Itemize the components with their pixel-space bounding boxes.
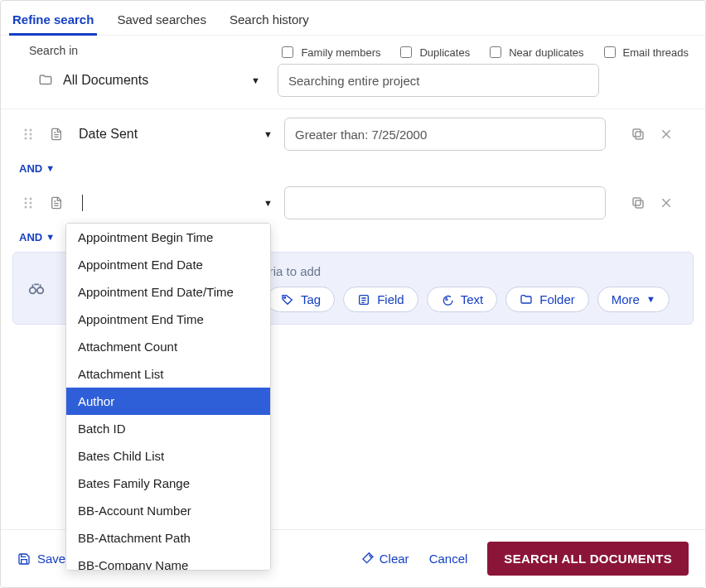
search-all-documents-button[interactable]: SEARCH ALL DOCUMENTS xyxy=(487,542,689,576)
criteria-row: ▼ xyxy=(1,178,705,228)
cancel-button[interactable]: Cancel xyxy=(429,552,468,566)
chevron-down-icon: ▼ xyxy=(646,295,655,304)
pill-field[interactable]: Field xyxy=(343,287,418,312)
clear-button[interactable]: Clear xyxy=(361,552,409,566)
check-label: Family members xyxy=(301,46,380,59)
svg-point-12 xyxy=(25,206,27,209)
dropdown-item[interactable]: Bates Family Range xyxy=(66,470,270,497)
svg-point-11 xyxy=(30,202,32,205)
save-search-button[interactable]: Save xyxy=(17,552,65,566)
svg-point-16 xyxy=(30,287,36,293)
svg-rect-15 xyxy=(633,198,641,205)
svg-point-8 xyxy=(25,198,27,200)
search-dialog: Refine search Saved searches Search hist… xyxy=(0,0,706,588)
criteria-field-value: Date Sent xyxy=(79,127,138,142)
svg-point-0 xyxy=(25,129,27,132)
pill-tag[interactable]: Tag xyxy=(267,287,335,312)
check-near-duplicates[interactable]: Near duplicates xyxy=(486,44,583,60)
chevron-down-icon: ▼ xyxy=(46,164,55,173)
field-dropdown[interactable]: Appointment Begin TimeAppointment End Da… xyxy=(65,223,271,571)
search-in-label: Search in xyxy=(29,44,78,57)
dropdown-item[interactable]: BB-Attachment Path xyxy=(66,524,270,552)
drag-handle-icon[interactable] xyxy=(17,123,39,145)
check-email-threads[interactable]: Email threads xyxy=(601,44,689,60)
criteria-value-input[interactable]: Greater than: 7/25/2000 xyxy=(284,118,606,151)
chevron-down-icon: ▼ xyxy=(251,76,260,85)
criteria-row: Date Sent ▼ Greater than: 7/25/2000 xyxy=(1,109,705,159)
include-options: Family members Duplicates Near duplicate… xyxy=(278,44,689,60)
operator-select[interactable]: AND ▼ xyxy=(1,159,705,178)
scope-value: All Documents xyxy=(63,73,148,88)
duplicate-criteria-button[interactable] xyxy=(627,123,649,145)
dropdown-item[interactable]: Appointment End Date xyxy=(66,251,270,278)
dropdown-item[interactable]: Attachment List xyxy=(66,360,270,388)
duplicate-criteria-button[interactable] xyxy=(627,192,649,214)
text-cursor xyxy=(82,195,83,211)
dropdown-item[interactable]: Bates Child List xyxy=(66,442,270,470)
remove-criteria-button[interactable] xyxy=(655,192,677,214)
document-icon xyxy=(46,123,67,145)
chevron-down-icon: ▼ xyxy=(264,130,273,139)
binoculars-icon xyxy=(27,279,46,300)
search-in-section: Search in Family members Duplicates Near… xyxy=(1,36,705,109)
pill-more[interactable]: More ▼ xyxy=(597,287,670,312)
pill-folder[interactable]: Folder xyxy=(505,287,589,312)
check-label: Duplicates xyxy=(419,46,470,59)
svg-rect-7 xyxy=(633,129,641,137)
remove-criteria-button[interactable] xyxy=(655,123,677,145)
check-label: Near duplicates xyxy=(509,46,583,59)
tab-refine-search[interactable]: Refine search xyxy=(11,7,95,35)
dropdown-item[interactable]: Batch ID xyxy=(66,415,270,442)
check-duplicates[interactable]: Duplicates xyxy=(397,44,470,60)
folder-icon xyxy=(38,73,53,88)
criteria-value-input[interactable] xyxy=(284,186,606,219)
dropdown-item[interactable]: Author xyxy=(66,388,270,415)
svg-point-4 xyxy=(25,137,27,140)
svg-point-17 xyxy=(37,287,43,293)
dropdown-item[interactable]: Appointment End Date/Time xyxy=(66,278,270,306)
dropdown-item[interactable]: BB-Account Number xyxy=(66,497,270,524)
document-icon xyxy=(46,192,67,214)
svg-point-18 xyxy=(284,296,286,298)
tab-bar: Refine search Saved searches Search hist… xyxy=(1,1,705,36)
dropdown-item[interactable]: BB-Company Name xyxy=(66,552,270,571)
svg-rect-14 xyxy=(636,200,643,208)
svg-point-3 xyxy=(30,133,32,136)
scope-description[interactable]: Searching entire project xyxy=(278,64,599,97)
svg-point-1 xyxy=(30,129,32,132)
criteria-field-select[interactable]: Date Sent ▼ xyxy=(74,122,278,147)
drag-handle-icon[interactable] xyxy=(17,192,39,214)
check-family-members[interactable]: Family members xyxy=(278,44,380,60)
svg-rect-6 xyxy=(636,132,643,139)
tab-search-history[interactable]: Search history xyxy=(228,7,311,35)
criteria-field-select-open[interactable]: ▼ xyxy=(74,190,278,216)
pill-text[interactable]: Text xyxy=(427,287,498,312)
dropdown-item[interactable]: Attachment Count xyxy=(66,333,270,360)
dropdown-item[interactable]: Appointment Begin Time xyxy=(66,224,270,251)
svg-point-5 xyxy=(30,137,32,140)
dropdown-item[interactable]: Appointment End Time xyxy=(66,306,270,333)
svg-point-10 xyxy=(25,202,27,205)
tab-saved-searches[interactable]: Saved searches xyxy=(115,7,208,35)
svg-point-2 xyxy=(25,133,27,136)
chevron-down-icon: ▼ xyxy=(264,199,273,208)
chevron-down-icon: ▼ xyxy=(46,233,55,242)
check-label: Email threads xyxy=(623,46,689,59)
scope-select[interactable]: All Documents ▼ xyxy=(29,65,269,95)
svg-point-9 xyxy=(30,198,32,200)
svg-point-13 xyxy=(30,206,32,209)
